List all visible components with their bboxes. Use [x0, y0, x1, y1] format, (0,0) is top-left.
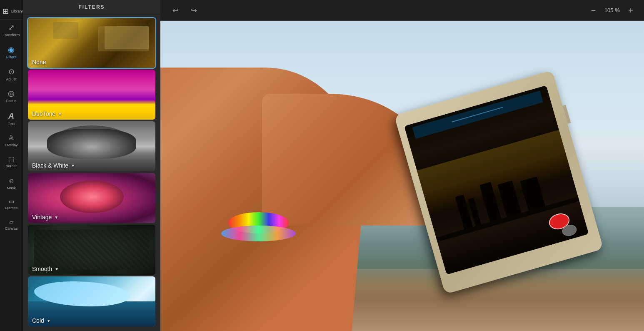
- sidebar-item-adjust[interactable]: ⊙ Adjust: [0, 64, 23, 86]
- filters-panel: FILTERS None DuoTone ▼ Bl: [23, 0, 160, 331]
- library-label: Library: [11, 9, 23, 14]
- border-icon: ⬚: [8, 156, 14, 162]
- chevron-down-icon-vintage: ▼: [54, 215, 58, 220]
- sidebar-item-filters[interactable]: ◉ Filters: [0, 42, 23, 64]
- canvas-label: Canvas: [5, 226, 18, 231]
- overlay-icon: 𝔸: [9, 135, 14, 141]
- chevron-down-icon: ▼: [58, 112, 62, 116]
- filter-bw[interactable]: Black & White ▼: [28, 121, 155, 171]
- focus-icon: ◎: [8, 90, 15, 97]
- undo-button[interactable]: ↩: [169, 4, 182, 17]
- main-area: ↩ ↪ − 105 % +: [160, 0, 644, 331]
- filter-none-label: None: [28, 56, 155, 68]
- filter-none[interactable]: None: [28, 18, 155, 68]
- sidebar-item-canvas[interactable]: ▱ Canvas: [0, 215, 23, 235]
- zoom-value: 105 %: [602, 7, 622, 13]
- filters-icon: ◉: [8, 46, 15, 53]
- photo-canvas: [160, 21, 644, 331]
- zoom-plus-button[interactable]: +: [626, 5, 636, 15]
- frames-label: Frames: [5, 206, 18, 211]
- mask-icon: ⌾: [9, 177, 14, 184]
- filters-list: None DuoTone ▼ Black & White ▼: [23, 15, 160, 331]
- zoom-minus-button[interactable]: −: [589, 5, 599, 15]
- sidebar-item-transform[interactable]: ⤢ Transform: [0, 20, 23, 42]
- library-icon: ⊞: [2, 8, 9, 15]
- bracelet-2: [221, 226, 296, 241]
- text-icon: A: [8, 112, 14, 120]
- sidebar-item-frames[interactable]: ▭ Frames: [0, 194, 23, 215]
- filters-label: Filters: [6, 55, 17, 60]
- phone-screen: [404, 85, 589, 274]
- filter-duotone[interactable]: DuoTone ▼: [28, 70, 155, 120]
- sidebar: ⊞ Library ⤢ Transform ◉ Filters ⊙ Adjust…: [0, 0, 23, 331]
- mask-label: Mask: [7, 186, 16, 191]
- sidebar-item-text[interactable]: A Text: [0, 108, 23, 130]
- filters-header: FILTERS: [23, 0, 160, 15]
- filter-vintage-label: Vintage ▼: [28, 211, 155, 223]
- chevron-down-icon-smooth: ▼: [55, 267, 59, 271]
- filter-bw-label: Black & White ▼: [28, 160, 155, 171]
- redo-icon: ↪: [191, 6, 197, 15]
- filter-smooth[interactable]: Smooth ▼: [28, 225, 155, 275]
- focus-label: Focus: [6, 99, 17, 103]
- border-label: Border: [5, 164, 17, 168]
- filter-smooth-label: Smooth ▼: [28, 263, 155, 275]
- filter-cold[interactable]: Cold ▼: [28, 276, 155, 326]
- transform-label: Transform: [3, 33, 20, 38]
- sidebar-item-library[interactable]: ⊞ Library: [0, 3, 22, 20]
- adjust-icon: ⊙: [8, 68, 15, 75]
- frames-icon: ▭: [9, 198, 14, 204]
- redo-button[interactable]: ↪: [187, 4, 200, 17]
- canvas-area: [160, 21, 644, 331]
- adjust-label: Adjust: [6, 77, 16, 82]
- text-label: Text: [8, 122, 15, 126]
- canvas-icon: ▱: [9, 219, 14, 225]
- filter-duotone-label: DuoTone ▼: [28, 108, 155, 120]
- sidebar-item-mask[interactable]: ⌾ Mask: [0, 173, 23, 195]
- chevron-down-icon-cold: ▼: [47, 318, 51, 323]
- filter-vintage[interactable]: Vintage ▼: [28, 173, 155, 223]
- filter-cold-label: Cold ▼: [28, 315, 155, 326]
- sidebar-item-border[interactable]: ⬚ Border: [0, 152, 23, 173]
- toolbar: ↩ ↪ − 105 % +: [160, 0, 644, 21]
- overlay-label: Overlay: [5, 143, 17, 148]
- sidebar-item-overlay[interactable]: 𝔸 Overlay: [0, 130, 23, 152]
- chevron-down-icon-bw: ▼: [71, 163, 75, 168]
- zoom-control: − 105 % +: [589, 5, 636, 15]
- sidebar-item-focus[interactable]: ◎ Focus: [0, 85, 23, 108]
- transform-icon: ⤢: [8, 24, 15, 31]
- undo-icon: ↩: [172, 6, 179, 15]
